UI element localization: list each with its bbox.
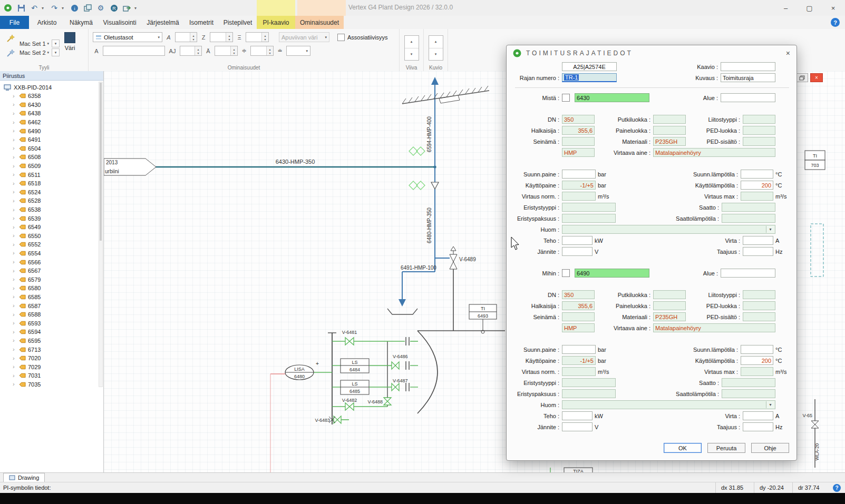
liitostyyppi-field[interactable] bbox=[743, 290, 775, 299]
suunn-lampotila-field[interactable] bbox=[741, 170, 773, 179]
mdi-restore-button[interactable] bbox=[795, 73, 808, 82]
status-help-icon[interactable]: ? bbox=[833, 484, 841, 492]
mac-set-2-caret-button[interactable]: ▾ bbox=[52, 48, 60, 56]
suunn-paine-field[interactable] bbox=[562, 170, 596, 179]
tree-item[interactable]: › 6580 bbox=[0, 284, 103, 293]
instrument-tiza6561[interactable]: TIZA 6561 bbox=[550, 468, 593, 472]
section-tag-field[interactable]: 6490 bbox=[575, 269, 649, 278]
spectacle-symbols[interactable] bbox=[409, 147, 425, 190]
undo-caret-icon[interactable]: ▾ bbox=[42, 6, 47, 11]
close-button[interactable]: × bbox=[821, 0, 845, 16]
tree-item[interactable]: › 6490 bbox=[0, 126, 103, 135]
tree-item[interactable]: › 6528 bbox=[0, 196, 103, 205]
ae-field[interactable]: ▴▾ bbox=[215, 46, 238, 56]
titlebar[interactable]: ↶▾ ↷▾ i ⚙ R ▾ Vertex G4 Plant Design 202… bbox=[0, 0, 845, 16]
tree-item[interactable]: › 6524 bbox=[0, 188, 103, 197]
instrument-ti6493[interactable]: TI 6493 bbox=[469, 304, 497, 333]
tree-item[interactable]: › 6508 bbox=[0, 153, 103, 162]
virtaava-aine-field[interactable]: Matalapainehöyry bbox=[653, 323, 775, 332]
tree-item[interactable]: › 6588 bbox=[0, 310, 103, 319]
macro-wand-icon[interactable] bbox=[4, 32, 17, 45]
rajan-numero-field[interactable]: TR-1 bbox=[562, 73, 617, 82]
tree-item[interactable]: › 6504 bbox=[0, 144, 103, 153]
putkiluokka-field[interactable] bbox=[653, 115, 686, 124]
tree-item[interactable]: › 6462 bbox=[0, 118, 103, 127]
tree-item[interactable]: › 6567 bbox=[0, 266, 103, 275]
tree-item[interactable]: › 7031 bbox=[0, 371, 103, 380]
tree-item[interactable]: › 6552 bbox=[0, 240, 103, 249]
eristyspaksuus-field[interactable] bbox=[562, 389, 616, 398]
tree-item[interactable]: › 6585 bbox=[0, 293, 103, 302]
tree-item[interactable]: › 6579 bbox=[0, 275, 103, 284]
tree-item[interactable]: › 6566 bbox=[0, 258, 103, 266]
tree-item[interactable]: › 7020 bbox=[0, 354, 103, 363]
slant-field[interactable]: ▴▾ bbox=[175, 32, 197, 42]
tab-isometrit[interactable]: Isometrit bbox=[184, 16, 219, 29]
ped-sisalto-field[interactable] bbox=[743, 137, 775, 146]
tree-item[interactable]: › 6549 bbox=[0, 223, 103, 232]
tree-item[interactable]: › 6491 bbox=[0, 135, 103, 144]
saatto-field[interactable] bbox=[722, 203, 775, 212]
mac-set-1-dropdown[interactable]: Mac Set 1 ▾ bbox=[20, 39, 49, 47]
export-icon[interactable] bbox=[121, 2, 133, 14]
ok-button[interactable]: OK bbox=[664, 443, 702, 453]
pipe-6491-branch[interactable]: 6491-HMP-100 bbox=[387, 265, 436, 314]
height-field[interactable]: ▴▾ bbox=[246, 32, 269, 42]
dn-field[interactable]: 350 bbox=[562, 115, 595, 124]
dialog-titlebar[interactable]: TOIMITUSRAJATIEDOT × bbox=[507, 45, 797, 61]
tree-item[interactable]: › 7029 bbox=[0, 362, 103, 371]
tree-root[interactable]: XXB-PID-2014 bbox=[0, 83, 103, 92]
halkaisija-field[interactable]: 355,6 bbox=[562, 301, 595, 310]
materiaali-field[interactable]: P235GH bbox=[653, 137, 686, 146]
saattolampotila-field[interactable] bbox=[722, 389, 775, 398]
tab-arkisto[interactable]: Arkisto bbox=[29, 16, 65, 29]
ped-sisalto-field[interactable] bbox=[743, 312, 775, 321]
a-field[interactable] bbox=[103, 46, 165, 56]
suunn-paine-field[interactable] bbox=[562, 345, 596, 354]
help-icon[interactable]: ? bbox=[831, 18, 840, 27]
virta-field[interactable] bbox=[743, 411, 773, 420]
koodi-field[interactable]: HMP bbox=[562, 323, 595, 332]
save-icon[interactable] bbox=[15, 2, 27, 14]
virtaus-max-field[interactable] bbox=[741, 367, 773, 376]
kaavio-field[interactable] bbox=[721, 62, 775, 71]
eristystyyppi-field[interactable] bbox=[562, 203, 616, 212]
virtaava-aine-field[interactable]: Matalapainehöyry bbox=[653, 148, 775, 157]
tree-item[interactable]: › 6539 bbox=[0, 214, 103, 223]
pipe-6430[interactable]: 6430-HMP-350 bbox=[149, 159, 436, 169]
hatched-boundary[interactable] bbox=[402, 86, 489, 104]
tab-nakyma[interactable]: Näkymä bbox=[65, 16, 98, 29]
paineluokka-field[interactable] bbox=[653, 126, 686, 135]
instrument-lisa6480[interactable]: LISA 6480 + bbox=[270, 361, 332, 472]
ohje-button[interactable]: Ohje bbox=[751, 443, 789, 453]
tree-item[interactable]: › 6518 bbox=[0, 179, 103, 188]
taajuus-field[interactable] bbox=[743, 247, 773, 256]
info-icon[interactable]: i bbox=[69, 2, 80, 14]
boundary-code-field[interactable]: A25|A2574E bbox=[562, 62, 617, 71]
equipment-shell[interactable] bbox=[417, 331, 505, 413]
viiva-spinner[interactable]: ▴ ▾ bbox=[404, 35, 419, 61]
kayttopaine-field[interactable]: -1/+5 bbox=[562, 181, 596, 190]
r-badge-icon[interactable]: R bbox=[108, 2, 120, 14]
virtaus-norm-field[interactable] bbox=[562, 192, 596, 201]
tree-item[interactable]: › 6511 bbox=[0, 170, 103, 179]
alue-field[interactable] bbox=[721, 269, 775, 278]
oletustasot-combobox[interactable]: Oletustasot ▾ bbox=[93, 32, 162, 42]
virtaus-norm-field[interactable] bbox=[562, 367, 596, 376]
minimize-button[interactable]: – bbox=[774, 0, 798, 16]
tree-item[interactable]: › 6713 bbox=[0, 345, 103, 354]
liitostyyppi-field[interactable] bbox=[743, 115, 775, 124]
ped-luokka-field[interactable] bbox=[743, 126, 775, 135]
qat-customize-caret-icon[interactable]: ▾ bbox=[134, 6, 140, 11]
huom-dropdown[interactable]: ▾ bbox=[562, 225, 775, 234]
tab-ominaisuudet[interactable]: Ominaisuudet bbox=[295, 16, 344, 29]
seinama-field[interactable] bbox=[562, 312, 595, 321]
saattolampotila-field[interactable] bbox=[722, 214, 775, 223]
redo-icon[interactable]: ↷ bbox=[48, 2, 60, 14]
tab-jarjestelma[interactable]: Järjestelmä bbox=[142, 16, 184, 29]
maximize-button[interactable]: ▢ bbox=[798, 0, 821, 16]
color-swatch[interactable] bbox=[64, 32, 75, 43]
tree-scrollbar[interactable] bbox=[99, 82, 103, 387]
redo-caret-icon[interactable]: ▾ bbox=[62, 6, 67, 11]
jannite-field[interactable] bbox=[562, 247, 593, 256]
